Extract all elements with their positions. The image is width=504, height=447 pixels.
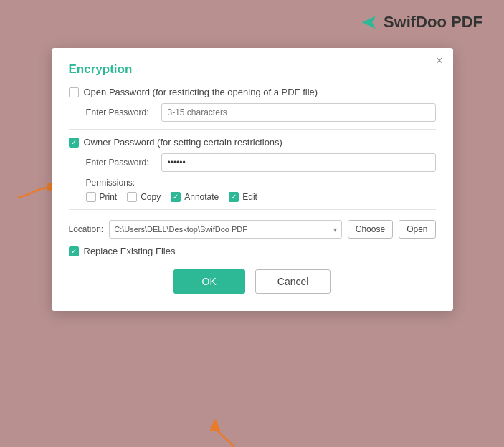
owner-password-section: Owner Password (for setting certain rest… — [69, 137, 436, 172]
perm-print: Print — [86, 192, 118, 202]
location-row: Location: C:\Users\DELL\Desktop\SwifDoo … — [69, 220, 436, 239]
dialog-title: Encryption — [69, 62, 436, 77]
perm-copy-label: Copy — [141, 192, 161, 202]
choose-button[interactable]: Choose — [348, 220, 393, 239]
cancel-button[interactable]: Cancel — [255, 269, 331, 294]
perm-print-checkbox[interactable] — [86, 192, 96, 202]
perm-edit: Edit — [229, 192, 257, 202]
permissions-label: Permissions: — [86, 178, 436, 188]
permissions-section: Permissions: Print Copy Annotate Edit — [69, 178, 436, 202]
replace-files-row: Replace Existing Files — [69, 246, 436, 256]
owner-password-field-row: Enter Password: — [69, 153, 436, 172]
arrow-bottom-indicator — [208, 420, 265, 447]
owner-password-label: Owner Password (for setting certain rest… — [84, 137, 282, 148]
location-input-wrapper[interactable]: C:\Users\DELL\Desktop\SwifDoo PDF ▾ — [109, 220, 342, 239]
brand-name: SwifDoo PDF — [384, 13, 482, 32]
brand: ➤ SwifDoo PDF — [361, 10, 482, 34]
permissions-row: Print Copy Annotate Edit — [86, 192, 436, 202]
owner-password-input[interactable] — [161, 153, 436, 172]
open-password-input[interactable] — [161, 103, 436, 122]
open-password-header: Open Password (for restricting the openi… — [69, 87, 436, 97]
open-password-checkbox[interactable] — [69, 87, 79, 97]
open-password-field-row: Enter Password: — [69, 103, 436, 122]
perm-edit-label: Edit — [242, 192, 257, 202]
location-dropdown-icon: ▾ — [333, 226, 337, 234]
perm-annotate-checkbox[interactable] — [171, 192, 181, 202]
bird-icon: ➤ — [361, 10, 378, 34]
perm-annotate-label: Annotate — [184, 192, 219, 202]
open-button[interactable]: Open — [399, 220, 435, 239]
section-divider-2 — [69, 209, 436, 210]
open-password-field-label: Enter Password: — [86, 107, 154, 117]
perm-annotate: Annotate — [171, 192, 219, 202]
section-divider-1 — [69, 129, 436, 130]
open-password-label: Open Password (for restricting the openi… — [84, 87, 318, 97]
dialog-area: × Encryption Open Password (for restrict… — [0, 41, 504, 311]
location-path: C:\Users\DELL\Desktop\SwifDoo PDF — [114, 225, 331, 234]
replace-files-label: Replace Existing Files — [84, 246, 176, 256]
replace-files-checkbox[interactable] — [69, 246, 79, 256]
location-label: Location: — [69, 224, 104, 234]
perm-copy: Copy — [127, 192, 161, 202]
owner-password-checkbox[interactable] — [69, 138, 79, 148]
close-button[interactable]: × — [436, 55, 442, 67]
top-bar: ➤ SwifDoo PDF — [0, 0, 504, 41]
perm-edit-checkbox[interactable] — [229, 192, 239, 202]
encryption-dialog: × Encryption Open Password (for restrict… — [52, 48, 453, 311]
perm-copy-checkbox[interactable] — [127, 192, 137, 202]
owner-password-field-label: Enter Password: — [86, 158, 154, 168]
perm-print-label: Print — [100, 192, 118, 202]
owner-password-header: Owner Password (for setting certain rest… — [69, 137, 436, 148]
action-row: OK Cancel — [69, 269, 436, 294]
ok-button[interactable]: OK — [173, 269, 245, 294]
open-password-section: Open Password (for restricting the openi… — [69, 87, 436, 122]
